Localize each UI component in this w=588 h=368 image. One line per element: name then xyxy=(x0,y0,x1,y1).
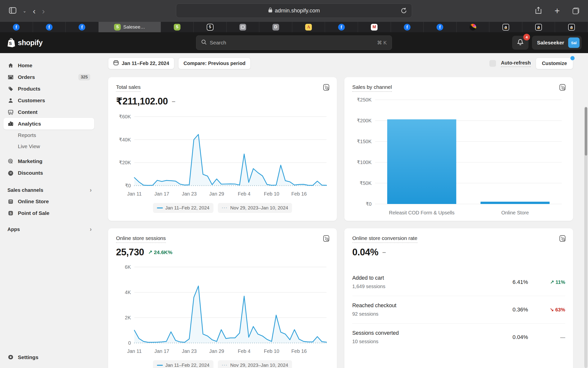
sidebar-item-analytics[interactable]: Analytics xyxy=(3,118,94,130)
amazon-icon: a xyxy=(568,24,575,31)
customize-button[interactable]: Customize xyxy=(536,58,573,69)
report-icon[interactable] xyxy=(323,84,330,92)
share-icon[interactable] xyxy=(535,7,542,15)
sidebar-item-online-store[interactable]: Online Store xyxy=(3,196,94,207)
shopify-green-icon: S xyxy=(114,24,121,31)
svg-text:S: S xyxy=(10,211,12,215)
legend-previous-period: ··· Nov 29, 2023–Jan 10, 2024 xyxy=(218,203,292,213)
sidebar-item-settings[interactable]: Settings xyxy=(3,351,94,363)
table-row[interactable]: Sessions converted 10 sessions 0.04% — xyxy=(352,323,565,351)
legend-previous-period: ··· Nov 29, 2023–Jan 10, 2024 xyxy=(218,360,292,368)
facebook-icon: f xyxy=(437,24,443,31)
search-input[interactable]: Search ⌘ K xyxy=(196,35,392,50)
report-icon[interactable] xyxy=(559,235,566,243)
svg-text:Jan 17: Jan 17 xyxy=(154,191,169,197)
browser-tab[interactable]: f xyxy=(33,22,66,32)
user-menu[interactable]: Saleseeker Sal xyxy=(532,36,582,50)
tab-overview-icon[interactable] xyxy=(573,8,579,14)
browser-tab[interactable]: a xyxy=(522,22,555,32)
notifications-button[interactable]: 4 xyxy=(512,36,529,50)
letter-a-icon: A xyxy=(305,24,312,31)
sidebar: Home Orders 325 Products Customers Conte… xyxy=(0,53,99,368)
facebook-icon: f xyxy=(79,24,85,31)
home-icon xyxy=(7,63,14,68)
browser-tab[interactable]: M xyxy=(358,22,391,32)
table-row[interactable]: Reached checkout 92 sessions 0.36% ↘ 63% xyxy=(352,296,565,323)
analytics-toolbar: Jan 11–Feb 22, 2024 Compare: Previous pe… xyxy=(108,58,573,69)
browser-tab[interactable]: A xyxy=(292,22,325,32)
browser-tab[interactable]: S xyxy=(161,22,194,32)
back-button[interactable]: ‹ xyxy=(33,7,35,15)
svg-text:Releasit COD Form & Upsells: Releasit COD Form & Upsells xyxy=(389,210,455,215)
svg-text:2K: 2K xyxy=(125,315,131,320)
browser-tab[interactable]: f xyxy=(424,22,457,32)
card-title[interactable]: Online store conversion rate xyxy=(352,235,417,243)
browser-tab[interactable]: a xyxy=(489,22,522,32)
browser-tab[interactable]: a xyxy=(555,22,588,32)
chevron-down-icon[interactable]: ⌄ xyxy=(23,8,26,14)
lock-icon xyxy=(268,7,272,14)
browser-tab[interactable]: f xyxy=(0,22,33,32)
browser-tab[interactable]: f xyxy=(66,22,99,32)
notification-badge: 4 xyxy=(523,34,530,40)
browser-tab-active[interactable]: SSalesee… xyxy=(99,22,161,32)
admin-header: S shopify Search ⌘ K 4 Saleseeker Sal xyxy=(0,32,588,53)
sessions-value: 25,730 xyxy=(116,247,144,258)
sidebar-item-live-view[interactable]: Live View xyxy=(3,141,94,152)
sidebar-item-point-of-sale[interactable]: S Point of Sale xyxy=(3,207,94,219)
card-title[interactable]: Sales by channel xyxy=(352,84,392,92)
dotted-line-swatch: ··· xyxy=(222,205,228,211)
address-bar[interactable]: admin.shopify.com xyxy=(176,3,412,18)
report-icon[interactable] xyxy=(559,84,566,92)
browser-tab[interactable]: S xyxy=(194,22,227,32)
svg-text:₹0: ₹0 xyxy=(125,183,131,188)
solid-line-swatch xyxy=(157,365,163,366)
target-icon xyxy=(7,158,14,164)
auto-refresh-checkbox[interactable] xyxy=(489,60,496,67)
sidebar-item-products[interactable]: Products xyxy=(3,83,94,95)
new-tab-icon[interactable]: + xyxy=(555,6,560,16)
sidebar-toggle-icon[interactable] xyxy=(9,7,16,15)
shopify-black-icon: S xyxy=(207,24,213,31)
sidebar-item-reports[interactable]: Reports xyxy=(3,130,94,141)
browser-tab[interactable]: f xyxy=(325,22,358,32)
sidebar-item-discounts[interactable]: Discounts xyxy=(3,167,94,179)
svg-text:Online Store: Online Store xyxy=(501,210,529,215)
browser-tab[interactable]: D xyxy=(259,22,292,32)
no-change-dash: – xyxy=(382,248,386,256)
card-title[interactable]: Total sales xyxy=(116,84,141,92)
sidebar-item-customers[interactable]: Customers xyxy=(3,95,94,106)
sidebar-item-orders[interactable]: Orders 325 xyxy=(3,71,94,83)
sales-channels-header[interactable]: Sales channels › xyxy=(3,185,94,196)
compare-button[interactable]: Compare: Previous period xyxy=(178,58,251,69)
dotted-line-swatch: ··· xyxy=(222,363,228,368)
sidebar-item-marketing[interactable]: Marketing xyxy=(3,155,94,167)
amazon-icon: a xyxy=(535,24,542,31)
card-title[interactable]: Online store sessions xyxy=(116,235,166,243)
bell-icon xyxy=(517,39,524,47)
date-range-button[interactable]: Jan 11–Feb 22, 2024 xyxy=(108,58,174,69)
forward-button[interactable]: › xyxy=(42,7,45,15)
online-store-sessions-card: Online store sessions 25,730 ↗ 24.6K% 02… xyxy=(108,228,337,368)
svg-text:Feb 10: Feb 10 xyxy=(264,191,279,197)
url-text: admin.shopify.com xyxy=(275,7,320,14)
browser-tab[interactable] xyxy=(227,22,260,32)
image-icon xyxy=(7,109,14,115)
svg-text:Jan 23: Jan 23 xyxy=(182,191,197,197)
reload-icon[interactable] xyxy=(400,7,407,16)
sidebar-item-home[interactable]: Home xyxy=(3,60,94,71)
page-scrollbar[interactable] xyxy=(584,107,588,368)
table-row[interactable]: Added to cart 1,649 sessions 6.41% ↗ 11% xyxy=(352,268,565,296)
main-content: Jan 11–Feb 22, 2024 Compare: Previous pe… xyxy=(99,53,588,368)
apps-header[interactable]: Apps › xyxy=(3,224,94,235)
shopify-logo[interactable]: S shopify xyxy=(6,38,43,48)
report-icon[interactable] xyxy=(323,235,330,243)
svg-text:Feb 4: Feb 4 xyxy=(238,191,250,197)
card-gray-icon xyxy=(239,24,246,31)
person-icon xyxy=(7,98,14,103)
browser-tab[interactable]: f xyxy=(391,22,424,32)
conversion-value: 0.04% xyxy=(352,247,378,258)
sidebar-item-content[interactable]: Content xyxy=(3,106,94,118)
svg-text:₹50K: ₹50K xyxy=(360,180,372,186)
browser-tab[interactable] xyxy=(457,22,490,32)
